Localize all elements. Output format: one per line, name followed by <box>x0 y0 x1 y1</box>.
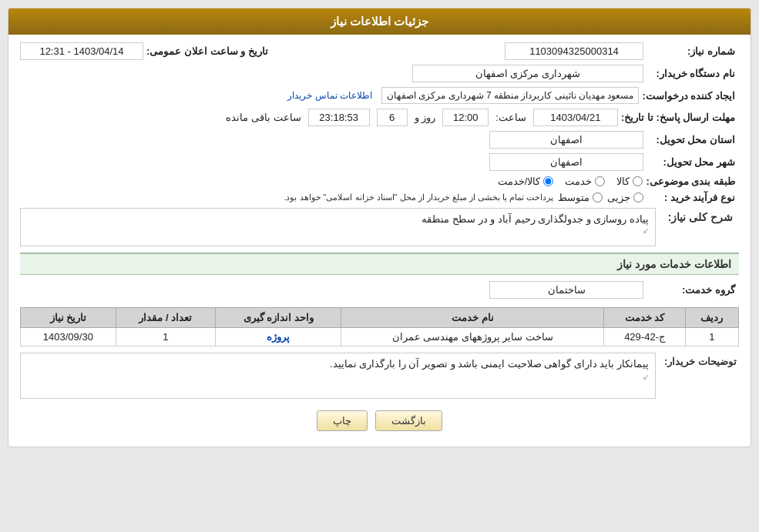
general-desc-label-col: شرح کلی نیاز: <box>662 208 739 246</box>
general-desc-box: پیاده روسازی و جدولگذاری رحیم آباد و در … <box>20 208 656 246</box>
page-wrapper: جزئیات اطلاعات نیاز شماره نیاز: 11030943… <box>0 0 759 532</box>
table-header-row: ردیف کد خدمت نام خدمت واحد اندازه گیری ت… <box>21 308 739 328</box>
row-creator: ایجاد کننده درخواست: مسعود مهدیان نائینی… <box>20 87 739 104</box>
general-desc-text: پیاده روسازی و جدولگذاری رحیم آباد و در … <box>27 213 649 225</box>
reply-date-label: مهلت ارسال پاسخ: تا تاریخ: <box>621 112 739 123</box>
cell-code: ج-42-429 <box>604 328 685 346</box>
col-date: تاریخ نیاز <box>21 308 116 328</box>
reply-date-value: 1403/04/21 <box>533 109 618 126</box>
buyer-desc-text: پیمانکار باید دارای گواهی صلاحیت ایمنی ب… <box>330 358 649 370</box>
card-body: شماره نیاز: 1103094325000314 تاریخ و ساع… <box>8 35 751 447</box>
col-index: ردیف <box>685 308 738 328</box>
city-label: شهر محل تحویل: <box>646 156 739 168</box>
header-title: جزئیات اطلاعات نیاز <box>331 15 428 28</box>
creator-value: مسعود مهدیان نائینی کاربرداز منطقه 7 شهر… <box>381 87 639 104</box>
creator-label: ایجاد کننده درخواست: <box>642 90 739 102</box>
remaining-label: ساعت باقی مانده <box>226 112 301 123</box>
cell-name: ساخت سایر پروژههای مهندسی عمران <box>341 328 604 346</box>
announce-date-value: 1403/04/14 - 12:31 <box>20 42 143 60</box>
process-row: جزیی متوسط پرداخت تمام یا بخشی از مبلغ خ… <box>284 192 643 203</box>
resize-icon: ↙ <box>643 226 649 235</box>
remaining-value: 23:18:53 <box>308 109 370 126</box>
reply-time-label: ساعت: <box>495 112 526 123</box>
radio-khedmat-label: خدمت <box>565 176 592 187</box>
buyer-desc-label-col: توضیحات خریدار: <box>662 353 739 399</box>
reply-time-value: 12:00 <box>442 109 489 126</box>
radio-kala-input[interactable] <box>633 176 643 186</box>
contact-link[interactable]: اطلاعات تماس خریدار <box>287 90 372 101</box>
buyer-org-label: نام دستگاه خریدار: <box>646 68 739 79</box>
general-desc-row: شرح کلی نیاز: پیاده روسازی و جدولگذاری ر… <box>20 208 739 246</box>
services-section-title: اطلاعات خدمات مورد نیاز <box>20 253 739 275</box>
buyer-desc-box: پیمانکار باید دارای گواهی صلاحیت ایمنی ب… <box>20 353 656 399</box>
action-buttons: بازگشت چاپ <box>20 410 739 431</box>
process-note: پرداخت تمام یا بخشی از مبلغ خریدار از مح… <box>284 192 553 202</box>
col-unit: واحد اندازه گیری <box>216 308 341 328</box>
service-group-label: گروه خدمت: <box>646 284 739 296</box>
need-number-label: شماره نیاز: <box>646 45 739 57</box>
buyer-resize-handle: ↙ <box>27 370 649 381</box>
radio-kala-khedmat-label: کالا/خدمت <box>498 176 541 187</box>
general-desc-box-wrapper: پیاده روسازی و جدولگذاری رحیم آباد و در … <box>20 208 656 246</box>
buyer-desc-row: توضیحات خریدار: پیمانکار باید دارای گواه… <box>20 353 739 399</box>
category-radio-group: کالا خدمت کالا/خدمت <box>498 176 643 187</box>
row-service-group: گروه خدمت: ساختمان <box>20 281 739 299</box>
table-body: 1 ج-42-429 ساخت سایر پروژههای مهندسی عمر… <box>21 328 739 346</box>
radio-jozi: جزیی <box>607 192 643 203</box>
buyer-org-value: شهرداری مرکزی اصفهان <box>412 65 643 82</box>
radio-jozi-input[interactable] <box>633 192 643 202</box>
city-value: اصفهان <box>489 153 643 171</box>
buyer-desc-label: توضیحات خریدار: <box>664 356 737 367</box>
category-label: طبقه بندی موضوعی: <box>646 176 739 187</box>
col-qty: تعداد / مقدار <box>116 308 215 328</box>
row-city: شهر محل تحویل: اصفهان <box>20 153 739 171</box>
services-table: ردیف کد خدمت نام خدمت واحد اندازه گیری ت… <box>20 307 739 346</box>
row-buyer-org: نام دستگاه خریدار: شهرداری مرکزی اصفهان <box>20 65 739 82</box>
radio-motawaset: متوسط <box>558 192 603 203</box>
col-code: کد خدمت <box>604 308 685 328</box>
cell-unit: پروژه <box>216 328 341 346</box>
reply-days-value: 6 <box>377 109 408 126</box>
radio-kala-khedmat-input[interactable] <box>543 176 553 186</box>
radio-motawaset-label: متوسط <box>558 192 589 203</box>
province-value: اصفهان <box>489 131 643 149</box>
process-label: نوع فرآیند خرید : <box>646 192 739 203</box>
row-province: استان محل تحویل: اصفهان <box>20 131 739 149</box>
reply-days-label: روز و <box>415 112 436 123</box>
row-process: نوع فرآیند خرید : جزیی متوسط پرداخت تمام… <box>20 192 739 203</box>
card-header: جزئیات اطلاعات نیاز <box>8 8 751 35</box>
cell-date: 1403/09/30 <box>21 328 116 346</box>
radio-khedmat: خدمت <box>565 176 605 187</box>
radio-khedmat-input[interactable] <box>595 176 605 186</box>
table-row: 1 ج-42-429 ساخت سایر پروژههای مهندسی عمر… <box>21 328 739 346</box>
row-need-number: شماره نیاز: 1103094325000314 تاریخ و ساع… <box>20 42 739 60</box>
radio-kala-khedmat: کالا/خدمت <box>498 176 554 187</box>
cell-unit-link[interactable]: پروژه <box>267 331 290 343</box>
col-name: نام خدمت <box>341 308 604 328</box>
radio-motawaset-input[interactable] <box>593 192 603 202</box>
cell-index: 1 <box>685 328 738 346</box>
resize-handle: ↙ <box>27 225 649 235</box>
radio-kala-label: کالا <box>616 176 630 187</box>
radio-jozi-label: جزیی <box>607 192 630 203</box>
main-card: جزئیات اطلاعات نیاز شماره نیاز: 11030943… <box>8 8 751 447</box>
row-category: طبقه بندی موضوعی: کالا خدمت کالا/خدمت <box>20 176 739 187</box>
announce-date-label: تاریخ و ساعت اعلان عمومی: <box>146 45 272 57</box>
buyer-desc-box-wrapper: پیمانکار باید دارای گواهی صلاحیت ایمنی ب… <box>20 353 656 399</box>
services-table-wrapper: ردیف کد خدمت نام خدمت واحد اندازه گیری ت… <box>20 303 739 346</box>
buyer-resize-icon: ↙ <box>643 373 649 381</box>
general-desc-label: شرح کلی نیاز: <box>668 211 733 223</box>
print-button[interactable]: چاپ <box>317 410 368 431</box>
cell-qty: 1 <box>116 328 215 346</box>
need-number-value: 1103094325000314 <box>505 42 643 60</box>
table-head: ردیف کد خدمت نام خدمت واحد اندازه گیری ت… <box>21 308 739 328</box>
back-button[interactable]: بازگشت <box>375 410 442 431</box>
service-group-value: ساختمان <box>489 281 643 299</box>
row-reply-date: مهلت ارسال پاسخ: تا تاریخ: 1403/04/21 سا… <box>20 109 739 126</box>
province-label: استان محل تحویل: <box>646 134 739 146</box>
radio-kala: کالا <box>616 176 643 187</box>
